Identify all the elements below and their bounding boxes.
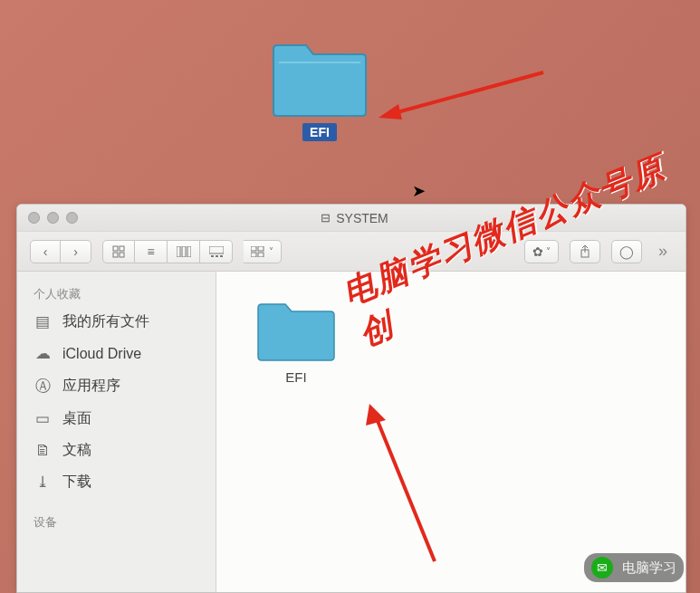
desktop-icon: ▭ [34,409,52,428]
view-columns-button[interactable] [168,240,200,263]
cloud-icon: ☁ [34,344,52,363]
sidebar-item-icloud[interactable]: ☁ iCloud Drive [17,338,216,369]
allfiles-icon: ▤ [34,312,52,331]
svg-rect-3 [113,246,118,251]
view-switcher: ≡ [102,240,233,263]
sidebar-item-label: iCloud Drive [62,346,141,362]
finder-window: ⊟ SYSTEM ‹ › ≡ ˅ ✿ ˅ [16,204,686,593]
wechat-icon: ✉ [591,557,613,579]
share-button[interactable] [570,240,600,263]
footer-badge: ✉ 电脑学习 [584,553,684,582]
desktop-folder-efi[interactable]: EFI [270,36,369,141]
sidebar-item-downloads[interactable]: ⤓ 下载 [17,466,216,498]
sidebar-item-desktop[interactable]: ▭ 桌面 [17,403,216,435]
svg-rect-5 [113,253,118,257]
arrange-button[interactable]: ˅ [244,240,282,263]
view-list-button[interactable]: ≡ [135,240,168,263]
sidebar: 个人收藏 ▤ 我的所有文件 ☁ iCloud Drive Ⓐ 应用程序 ▭ 桌面… [17,272,216,592]
volume-icon: ⊟ [321,211,331,225]
sidebar-item-allfiles[interactable]: ▤ 我的所有文件 [17,306,216,338]
sidebar-item-label: 下载 [62,473,91,492]
svg-rect-16 [251,253,256,257]
svg-rect-13 [220,255,223,257]
sidebar-item-documents[interactable]: 🗎 文稿 [17,435,216,466]
annotation-arrow-1 [371,63,552,136]
sidebar-item-label: 文稿 [62,441,91,460]
toolbar: ‹ › ≡ ˅ ✿ ˅ ◯ » [17,232,686,272]
window-title: ⊟ SYSTEM [85,211,624,225]
svg-marker-2 [379,104,402,120]
content-area[interactable]: EFI [216,272,686,592]
toolbar-overflow[interactable]: » [653,242,673,261]
sidebar-favorites-header: 个人收藏 [17,282,216,306]
back-button[interactable]: ‹ [30,240,61,263]
file-label: EFI [285,369,306,385]
action-button[interactable]: ✿ ˅ [524,240,559,263]
close-button[interactable] [28,212,40,224]
svg-rect-0 [279,62,360,63]
svg-rect-9 [187,246,191,257]
svg-rect-15 [258,246,264,251]
svg-line-1 [394,72,543,113]
svg-rect-6 [120,253,124,257]
svg-rect-4 [120,246,124,251]
footer-label: 电脑学习 [622,560,676,577]
maximize-button[interactable] [66,212,78,224]
tags-button[interactable]: ◯ [611,240,642,263]
minimize-button[interactable] [47,212,59,224]
sidebar-item-label: 应用程序 [62,377,120,396]
sidebar-item-label: 桌面 [62,409,91,428]
window-title-text: SYSTEM [336,211,388,225]
view-gallery-button[interactable] [200,240,233,263]
svg-rect-11 [211,255,214,257]
sidebar-devices-header: 设备 [17,511,216,534]
sidebar-item-applications[interactable]: Ⓐ 应用程序 [17,369,216,403]
svg-rect-7 [177,246,180,257]
svg-rect-14 [251,246,256,251]
svg-rect-10 [209,246,224,253]
nav-buttons: ‹ › [30,240,91,263]
folder-icon [255,297,337,362]
svg-rect-12 [216,255,218,257]
svg-rect-17 [258,253,264,257]
folder-icon [270,36,369,118]
downloads-icon: ⤓ [34,473,52,492]
cursor-icon: ➤ [412,181,426,201]
sidebar-item-label: 我的所有文件 [62,312,149,331]
svg-rect-8 [182,246,186,257]
view-icons-button[interactable] [102,240,135,263]
apps-icon: Ⓐ [34,376,52,397]
desktop-folder-label: EFI [302,123,337,141]
documents-icon: 🗎 [34,442,52,460]
titlebar: ⊟ SYSTEM [17,205,686,232]
forward-button[interactable]: › [61,240,91,263]
arrange-group: ˅ [244,240,282,263]
folder-item-efi[interactable]: EFI [242,297,350,385]
